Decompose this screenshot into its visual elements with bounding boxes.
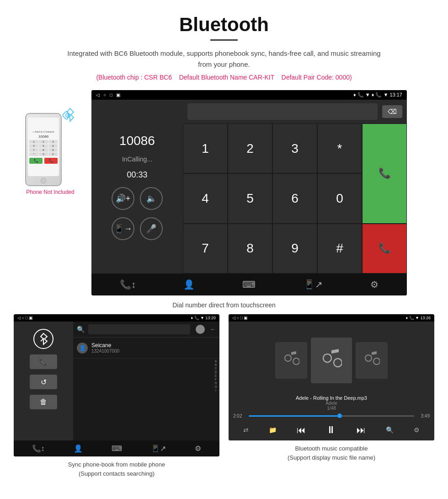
phone-screen: + Add to Contacts 10086 1 2 3 4 5 6 7 8 … bbox=[28, 118, 59, 176]
key-3[interactable]: 3 bbox=[272, 123, 317, 173]
delete-button[interactable]: 🗑 bbox=[30, 395, 57, 409]
key-0[interactable]: 0 bbox=[317, 173, 362, 223]
phone-key-5: 5 bbox=[39, 144, 48, 148]
phonebook-item: ◁ ○ □ ▣ ♦ 📞 ▼ 13:20 📞 ↺ 🗑 bbox=[14, 314, 219, 478]
key-2[interactable]: 2 bbox=[228, 123, 272, 173]
music-controls: ⇄ 📁 ⏮ ⏸ ⏭ 🔍 ⚙ bbox=[229, 421, 434, 440]
pb-contacts-icon[interactable]: 👤 bbox=[74, 444, 83, 453]
pb-keypad-icon[interactable]: ⌨ bbox=[112, 444, 122, 453]
contact-name: Seicane bbox=[91, 342, 119, 349]
phone-key-4: 4 bbox=[29, 144, 38, 148]
android-dial-screen: ◁ ○ □ ▣ ♦ 📞 ▼ ♦ 📞 ▼ 13:17 10086 InCallin… bbox=[91, 90, 407, 295]
mic-icon: 🎤 bbox=[146, 224, 156, 234]
volume-up-button[interactable]: 🔊+ bbox=[112, 187, 134, 210]
phone-key-9: 9 bbox=[48, 148, 58, 152]
contact-list-space bbox=[73, 359, 212, 440]
next-button[interactable]: ⏭ bbox=[357, 425, 366, 435]
key-7[interactable]: 7 bbox=[183, 224, 228, 274]
location-icon: ♦ bbox=[353, 92, 356, 97]
phone-key-6: 6 bbox=[48, 144, 58, 148]
album-art-right bbox=[356, 342, 388, 379]
svg-point-2 bbox=[323, 354, 331, 362]
contacts-tab-icon[interactable]: 👤 bbox=[183, 279, 195, 290]
contact-row[interactable]: 👤 Seicane 13241007000 bbox=[73, 338, 219, 359]
svg-point-5 bbox=[373, 358, 380, 365]
phone-wrapper: + Add to Contacts 10086 1 2 3 4 5 6 7 8 … bbox=[25, 99, 75, 186]
back-icon: ◁ bbox=[96, 92, 100, 97]
home-icon: ○ bbox=[103, 92, 106, 97]
dial-input-field[interactable] bbox=[187, 103, 378, 120]
pb-transfer-icon[interactable]: 📱↗ bbox=[151, 444, 166, 453]
statusbar-time: ♦ 📞 ▼ ♦ 📞 ▼ 13:17 bbox=[353, 92, 402, 98]
key-8[interactable]: 8 bbox=[228, 224, 272, 274]
seekbar-thumb bbox=[337, 413, 342, 418]
phone-call-button[interactable]: 📞 bbox=[30, 354, 57, 369]
phonebook-container: 📞 ↺ 🗑 🔍 ← 👤 Seicane bbox=[14, 322, 219, 440]
seekbar-track[interactable] bbox=[249, 415, 414, 417]
key-9[interactable]: 9 bbox=[272, 224, 317, 274]
phone-key-2: 2 bbox=[39, 140, 48, 144]
search-icon: 🔍 bbox=[77, 326, 85, 333]
pb-calls-icon[interactable]: 📞↕ bbox=[32, 444, 45, 453]
seekbar-row: 2:02 3:49 bbox=[229, 411, 434, 421]
key-4[interactable]: 4 bbox=[183, 173, 228, 223]
album-art-left bbox=[275, 342, 307, 379]
total-time: 3:49 bbox=[417, 413, 430, 419]
alpha-g: G bbox=[214, 381, 217, 385]
music-statusbar: ◁ ○ □ ▣ ♦ 📞 ▼ 13:26 bbox=[229, 314, 434, 322]
key-1[interactable]: 1 bbox=[183, 123, 228, 173]
svg-point-3 bbox=[334, 359, 342, 367]
dial-controls: 🔊+ 🔈 bbox=[112, 187, 163, 210]
mute-button[interactable]: 🎤 bbox=[140, 217, 163, 240]
keypad-tab-icon[interactable]: ⌨ bbox=[242, 279, 256, 290]
recents-icon: □ bbox=[110, 92, 112, 97]
current-time: 2:02 bbox=[233, 413, 246, 419]
dialed-number: 10086 bbox=[119, 134, 155, 148]
key-hash[interactable]: # bbox=[317, 224, 362, 274]
alpha-d: D bbox=[214, 370, 217, 374]
transfer-button[interactable]: 📱→ bbox=[112, 217, 134, 240]
key-6[interactable]: 6 bbox=[272, 173, 317, 223]
song-title: Adele - Rolling In the Deep.mp3 bbox=[233, 395, 430, 401]
equalizer-icon[interactable]: ⚙ bbox=[414, 426, 420, 434]
folder-icon[interactable]: 📁 bbox=[269, 426, 277, 434]
search-input[interactable] bbox=[88, 324, 190, 334]
transfer-tab-icon[interactable]: 📱↗ bbox=[304, 279, 323, 290]
music-nav-icons: ◁ ○ □ ▣ bbox=[232, 316, 248, 320]
key-star[interactable]: * bbox=[317, 123, 362, 173]
volume-down-button[interactable]: 🔈 bbox=[140, 187, 163, 210]
music-search-icon[interactable]: 🔍 bbox=[386, 426, 394, 434]
backspace-button[interactable]: ⌫ bbox=[382, 105, 402, 118]
settings-tab-icon[interactable]: ⚙ bbox=[370, 279, 379, 290]
key-5[interactable]: 5 bbox=[228, 173, 272, 223]
wifi-icon: ▼ bbox=[365, 92, 370, 97]
shuffle-icon[interactable]: ⇄ bbox=[243, 426, 249, 434]
seekbar-fill bbox=[249, 415, 340, 417]
contact-number: 13241007000 bbox=[91, 349, 119, 354]
call-accept-button[interactable]: 📞 bbox=[362, 123, 407, 224]
bluetooth-symbol bbox=[33, 329, 53, 349]
contact-avatar: 👤 bbox=[77, 343, 88, 354]
spec-name: Default Bluetooth Name CAR-KIT bbox=[179, 74, 274, 81]
music-item: ◁ ○ □ ▣ ♦ 📞 ▼ 13:26 bbox=[229, 314, 434, 478]
pb-time: ♦ 📞 ▼ 13:20 bbox=[191, 316, 216, 320]
phonebook-left-panel: 📞 ↺ 🗑 bbox=[14, 322, 73, 440]
calls-tab-icon[interactable]: 📞↕ bbox=[120, 279, 136, 290]
svg-point-0 bbox=[285, 355, 291, 361]
phone-illustration: + Add to Contacts 10086 1 2 3 4 5 6 7 8 … bbox=[14, 90, 87, 195]
phonebook-caption: Sync phone-book from mobile phone (Suppo… bbox=[64, 456, 170, 478]
phone-key-0: 0 bbox=[39, 152, 48, 156]
alpha-f: F bbox=[215, 378, 217, 381]
dial-keypad-panel: ⌫ 1 2 3 * 📞 4 5 6 0 7 8 9 # 📞 bbox=[183, 100, 407, 274]
artist-name: Adele bbox=[233, 401, 430, 406]
pb-settings-icon[interactable]: ⚙ bbox=[195, 444, 201, 453]
alpha-a: A bbox=[215, 359, 217, 363]
play-pause-button[interactable]: ⏸ bbox=[326, 424, 336, 436]
pb-caption-line1: Sync phone-book from mobile phone bbox=[68, 461, 165, 468]
call-end-button[interactable]: 📞 bbox=[362, 224, 407, 274]
prev-button[interactable]: ⏮ bbox=[297, 425, 306, 435]
phone-key-7: 7 bbox=[29, 148, 38, 152]
search-row: 🔍 ← bbox=[73, 322, 219, 338]
music-container: Adele - Rolling In the Deep.mp3 Adele 1/… bbox=[229, 322, 434, 440]
sync-button[interactable]: ↺ bbox=[30, 375, 57, 389]
